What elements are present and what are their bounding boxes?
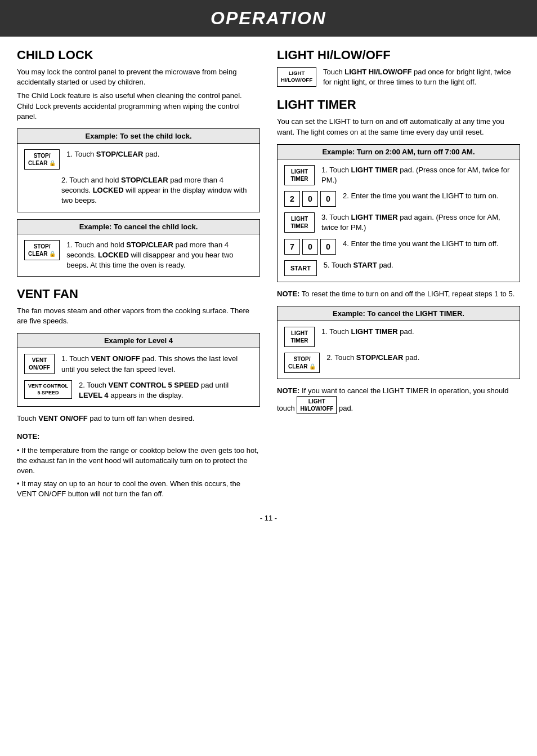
child-lock-set-title: Example: To set the child lock.: [17, 129, 259, 144]
left-column: CHILD LOCK You may lock the control pane…: [17, 48, 260, 502]
num-0b: 0: [320, 191, 336, 207]
light-timer-para1: You can set the LIGHT to turn on and off…: [277, 117, 520, 137]
light-timer-step5: START 5. Touch START pad.: [284, 260, 513, 276]
num-2: 2: [284, 191, 300, 207]
child-lock-cancel-step1-row: STOP/CLEAR 🔒 1. Touch and hold STOP/CLEA…: [24, 240, 253, 271]
vent-note-item-2: It may stay on up to an hour to cool the…: [17, 479, 260, 499]
vent-fan-example-body: VENTON/OFF 1. Touch VENT ON/OFF pad. Thi…: [17, 348, 259, 406]
child-lock-cancel-body: STOP/CLEAR 🔒 1. Touch and hold STOP/CLEA…: [17, 234, 259, 277]
light-timer-note: NOTE: To reset the time to turn on and o…: [277, 289, 520, 299]
num-7: 7: [284, 239, 300, 255]
child-lock-cancel-step1-text: 1. Touch and hold STOP/CLEAR pad more th…: [66, 240, 253, 271]
vent-fan-note: NOTE: If the temperature from the range …: [17, 432, 260, 499]
child-lock-cancel-example: Example: To cancel the child lock. STOP/…: [17, 219, 260, 277]
vent-note-item-1: If the temperature from the range or coo…: [17, 446, 260, 477]
time-display-2: 7 0 0: [284, 239, 336, 255]
child-lock-para2: The Child Lock feature is also useful wh…: [17, 91, 260, 122]
child-lock-set-step1-row: STOP/CLEAR 🔒 1. Touch STOP/CLEAR pad.: [24, 149, 253, 170]
light-timer-heading: LIGHT TIMER: [277, 97, 520, 112]
light-timer-example-title: Example: Turn on 2:00 AM, turn off 7:00 …: [278, 145, 520, 159]
num-0c: 0: [302, 239, 318, 255]
light-timer-step4-text: 4. Enter the time you want the LIGHT to …: [343, 239, 513, 249]
light-timer-cancel-title: Example: To cancel the LIGHT TIMER.: [278, 306, 520, 321]
light-timer-cancel-body: LIGHTTIMER 1. Touch LIGHT TIMER pad. STO…: [278, 321, 520, 379]
child-lock-heading: CHILD LOCK: [17, 48, 260, 63]
light-timer-pad-1: LIGHTTIMER: [284, 165, 315, 185]
num-0d: 0: [320, 239, 336, 255]
page: OPERATION CHILD LOCK You may lock the co…: [0, 0, 537, 539]
vent-fan-example-title: Example for Level 4: [17, 333, 259, 348]
vent-control-pad: VENT CONTROL5 SPEED: [24, 380, 72, 399]
light-timer-pad-2: LIGHTTIMER: [284, 212, 315, 233]
light-timer-example-body: LIGHTTIMER 1. Touch LIGHT TIMER pad. (Pr…: [278, 159, 520, 282]
light-hilow-row: LIGHTHI/LOW/OFF Touch LIGHT HI/LOW/OFF p…: [277, 67, 520, 87]
child-lock-set-body: STOP/CLEAR 🔒 1. Touch STOP/CLEAR pad. 2.…: [17, 144, 259, 212]
light-timer-final-note: NOTE: If you want to cancel the LIGHT TI…: [277, 386, 520, 414]
light-hilow-heading: LIGHT HI/LOW/OFF: [277, 48, 520, 63]
child-lock-para1: You may lock the control panel to preven…: [17, 67, 260, 87]
light-hilow-pad: LIGHTHI/LOW/OFF: [277, 67, 316, 87]
light-timer-step1-text: 1. Touch LIGHT TIMER pad. (Press once fo…: [321, 165, 513, 185]
light-timer-step3-text: 3. Touch LIGHT TIMER pad again. (Press o…: [321, 212, 513, 233]
light-timer-step3: LIGHTTIMER 3. Touch LIGHT TIMER pad agai…: [284, 212, 513, 233]
vent-note-list: If the temperature from the range or coo…: [17, 446, 260, 500]
stop-clear-pad-1: STOP/CLEAR 🔒: [24, 149, 60, 170]
light-timer-cancel-step2: STOP/CLEAR 🔒 2. Touch STOP/CLEAR pad.: [284, 353, 513, 373]
page-number: - 11 -: [17, 514, 520, 522]
vent-step2-text: 2. Touch VENT CONTROL 5 SPEED pad until …: [79, 380, 253, 401]
light-timer-step2-text: 2. Enter the time you want the LIGHT to …: [343, 191, 513, 201]
stop-clear-pad-cancel: STOP/CLEAR 🔒: [284, 353, 320, 373]
light-timer-step2: 2 0 0 2. Enter the time you want the LIG…: [284, 191, 513, 207]
light-hilow-description: Touch LIGHT HI/LOW/OFF pad once for brig…: [323, 67, 520, 87]
light-hilow-inline-pad: LIGHTHI/LOW/OFF: [297, 396, 337, 414]
vent-on-off-pad: VENTON/OFF: [24, 354, 55, 374]
page-title: OPERATION: [0, 8, 537, 29]
light-timer-pad-cancel: LIGHTTIMER: [284, 327, 315, 347]
vent-note-title: NOTE:: [17, 432, 260, 442]
light-timer-step1: LIGHTTIMER 1. Touch LIGHT TIMER pad. (Pr…: [284, 165, 513, 185]
vent-fan-para1: The fan moves steam and other vapors fro…: [17, 306, 260, 326]
vent-fan-heading: VENT FAN: [17, 287, 260, 301]
vent-fan-example: Example for Level 4 VENTON/OFF 1. Touch …: [17, 333, 260, 407]
light-timer-cancel-step1-text: 1. Touch LIGHT TIMER pad.: [321, 327, 513, 337]
vent-on-off-row: VENTON/OFF 1. Touch VENT ON/OFF pad. Thi…: [24, 354, 253, 374]
stop-clear-pad-2: STOP/CLEAR 🔒: [24, 240, 60, 260]
start-pad: START: [284, 260, 317, 276]
child-lock-set-step2-row: 2. Touch and hold STOP/CLEAR pad more th…: [24, 175, 253, 206]
page-header: OPERATION: [0, 0, 537, 37]
light-timer-cancel-step2-text: 2. Touch STOP/CLEAR pad.: [326, 353, 513, 363]
right-column: LIGHT HI/LOW/OFF LIGHTHI/LOW/OFF Touch L…: [277, 48, 520, 502]
light-timer-cancel-example: Example: To cancel the LIGHT TIMER. LIGH…: [277, 306, 520, 379]
child-lock-set-step1-text: 1. Touch STOP/CLEAR pad.: [66, 149, 253, 159]
light-timer-step5-text: 5. Touch START pad.: [324, 260, 513, 270]
child-lock-set-example: Example: To set the child lock. STOP/CLE…: [17, 128, 260, 212]
light-timer-section: LIGHT TIMER You can set the LIGHT to tur…: [277, 97, 520, 414]
vent-step1-text: 1. Touch VENT ON/OFF pad. This shows the…: [61, 354, 253, 374]
child-lock-set-step2-text: 2. Touch and hold STOP/CLEAR pad more th…: [61, 175, 253, 206]
time-display-1: 2 0 0: [284, 191, 336, 207]
vent-fan-footer: Touch VENT ON/OFF pad to turn off fan wh…: [17, 413, 260, 424]
num-0a: 0: [302, 191, 318, 207]
child-lock-cancel-title: Example: To cancel the child lock.: [17, 220, 259, 234]
vent-control-row: VENT CONTROL5 SPEED 2. Touch VENT CONTRO…: [24, 380, 253, 401]
light-timer-step4: 7 0 0 4. Enter the time you want the LIG…: [284, 239, 513, 255]
light-timer-example: Example: Turn on 2:00 AM, turn off 7:00 …: [277, 144, 520, 282]
light-timer-cancel-step1: LIGHTTIMER 1. Touch LIGHT TIMER pad.: [284, 327, 513, 347]
vent-fan-section: VENT FAN The fan moves steam and other v…: [17, 287, 260, 499]
